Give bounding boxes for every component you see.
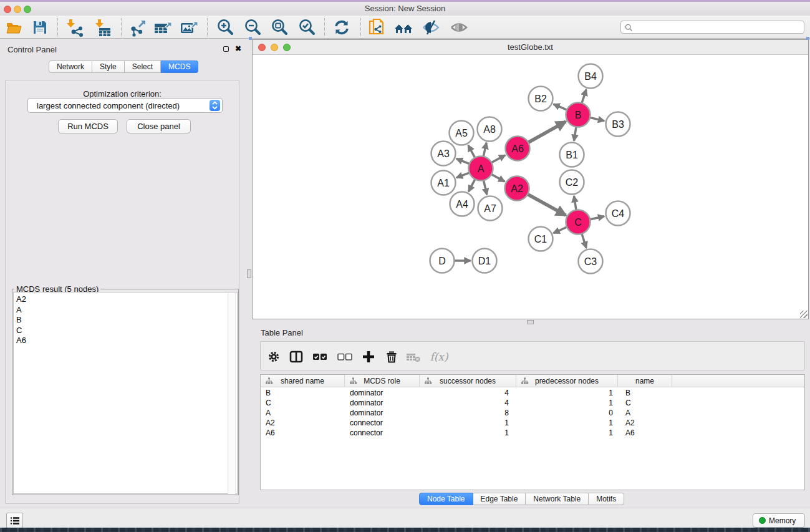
run-mcds-button[interactable]: Run MCDS (58, 119, 118, 133)
export-network-icon[interactable] (128, 17, 148, 37)
first-neighbors-icon[interactable] (393, 17, 413, 37)
network-canvas[interactable]: B4B2BB3A5A8A6B1A3AC2A1A2A4A7C4CC1C3DD1 (253, 56, 808, 319)
network-view-window[interactable]: testGlobe.txt B4B2BB3A5A8A6B1A3AC2A1A2A4… (252, 39, 809, 319)
mcds-result-item[interactable]: C (14, 326, 237, 336)
frame-edge-handle[interactable] (247, 269, 251, 278)
split-pane-handle[interactable] (527, 320, 534, 324)
cell-name[interactable]: A6 (625, 428, 635, 437)
optimization-criterion-label: Optimization criterion: (6, 89, 239, 99)
node-label-C: C (574, 217, 582, 228)
destroy-table-icon (404, 347, 423, 366)
cell-mcds-role[interactable]: dominator (350, 409, 383, 417)
cell-shared-name[interactable]: B (266, 389, 271, 397)
cell-mcds-role[interactable]: connector (350, 418, 383, 427)
zoom-fit-icon[interactable] (269, 17, 289, 37)
cell-successor-nodes[interactable]: 4 (420, 389, 509, 397)
control-panel-tabs: NetworkStyleSelectMCDS (49, 60, 198, 73)
cell-predecessor-nodes[interactable]: 0 (516, 409, 613, 417)
tab-network-table[interactable]: Network Table (526, 493, 589, 505)
table-row-A6[interactable]: A6connector11A6 (261, 428, 804, 438)
table-options-icon[interactable] (264, 347, 283, 366)
tab-node-table[interactable]: Node Table (419, 493, 473, 505)
cell-shared-name[interactable]: A2 (266, 418, 275, 427)
tab-mcds[interactable]: MCDS (161, 60, 198, 73)
mcds-result-item[interactable]: A (14, 305, 237, 316)
frame-resize-corner[interactable] (249, 37, 252, 40)
memory-button[interactable]: Memory (753, 513, 805, 528)
cell-successor-nodes[interactable]: 4 (420, 399, 509, 407)
network-window-titlebar[interactable]: testGlobe.txt (253, 40, 808, 55)
node-table[interactable]: shared nameMCDS rolesuccessor nodesprede… (260, 374, 805, 490)
delete-row-icon[interactable] (382, 347, 401, 366)
table-row-A[interactable]: Adominator80A (261, 408, 804, 418)
cell-mcds-role[interactable]: connector (350, 428, 383, 437)
unselect-all-icon[interactable] (335, 347, 354, 366)
tab-network[interactable]: Network (49, 60, 92, 73)
cell-mcds-role[interactable]: dominator (350, 399, 383, 407)
cell-predecessor-nodes[interactable]: 1 (516, 428, 613, 437)
select-all-icon[interactable] (311, 347, 329, 366)
cell-predecessor-nodes[interactable]: 1 (516, 418, 613, 427)
control-panel-float-button[interactable] (223, 46, 229, 52)
column-header-successor-nodes[interactable]: successor nodes (420, 375, 516, 387)
table-panel-title: Table Panel (261, 328, 303, 337)
cell-successor-nodes[interactable]: 1 (420, 418, 509, 427)
dropdown-stepper-icon (210, 100, 220, 111)
clone-network-icon[interactable] (367, 17, 387, 37)
column-header-MCDS-role[interactable]: MCDS role (345, 375, 420, 387)
export-table-icon[interactable] (153, 17, 173, 37)
cell-successor-nodes[interactable]: 1 (420, 428, 509, 437)
node-label-B4: B4 (584, 71, 597, 82)
open-session-icon[interactable] (4, 17, 24, 37)
show-column-icon[interactable] (287, 347, 306, 366)
mcds-result-item[interactable]: A6 (14, 336, 237, 346)
node-label-D: D (438, 256, 446, 266)
node-label-A4: A4 (456, 199, 468, 210)
control-panel-close-button[interactable]: ✖ (235, 44, 241, 53)
mcds-result-item[interactable]: A2 (14, 294, 237, 305)
zoom-out-icon[interactable] (243, 17, 263, 37)
cell-shared-name[interactable]: A (266, 409, 271, 417)
zoom-in-icon[interactable] (215, 17, 235, 37)
cell-shared-name[interactable]: A6 (266, 428, 275, 437)
cell-successor-nodes[interactable]: 8 (420, 409, 509, 417)
mcds-result-list[interactable]: A2ABCA6 (13, 292, 238, 494)
table-row-C[interactable]: Cdominator41C (261, 398, 804, 408)
column-header-name[interactable]: name (618, 375, 672, 387)
cell-mcds-role[interactable]: dominator (350, 389, 383, 397)
export-image-icon[interactable] (179, 17, 199, 37)
cell-predecessor-nodes[interactable]: 1 (516, 389, 613, 397)
search-input[interactable] (620, 21, 804, 34)
refresh-icon[interactable] (332, 17, 352, 37)
import-table-icon[interactable] (94, 17, 113, 37)
cell-name[interactable]: A (625, 409, 630, 417)
window-resize-grip[interactable] (800, 311, 808, 318)
criterion-dropdown[interactable]: largest connected component (directed) (27, 98, 223, 113)
save-session-icon[interactable] (30, 17, 50, 37)
import-network-icon[interactable] (65, 17, 85, 37)
tab-select[interactable]: Select (125, 60, 161, 73)
tab-edge-table[interactable]: Edge Table (473, 493, 526, 505)
tab-style[interactable]: Style (92, 60, 125, 73)
app-titlebar[interactable]: Session: New Session (0, 2, 810, 16)
graphics-details-icon[interactable] (421, 17, 441, 37)
tab-motifs[interactable]: Motifs (589, 493, 624, 505)
mcds-scrollbar[interactable] (228, 293, 236, 494)
mcds-result-item[interactable]: B (14, 315, 237, 326)
table-row-B[interactable]: Bdominator41B (261, 388, 804, 398)
node-label-B2: B2 (534, 94, 547, 104)
frame-resize-corner[interactable] (806, 37, 809, 40)
show-hide-panel-icon[interactable] (449, 17, 469, 37)
close-panel-button[interactable]: Close panel (127, 119, 191, 133)
table-row-A2[interactable]: A2connector11A2 (261, 418, 804, 428)
cell-name[interactable]: A2 (625, 418, 635, 427)
cell-predecessor-nodes[interactable]: 1 (516, 399, 613, 407)
cell-name[interactable]: B (625, 389, 630, 397)
zoom-selected-icon[interactable] (297, 17, 317, 37)
add-row-icon[interactable] (359, 347, 378, 366)
task-history-button[interactable] (6, 513, 23, 528)
column-header-predecessor-nodes[interactable]: predecessor nodes (516, 375, 618, 387)
column-header-shared-name[interactable]: shared name (261, 375, 345, 387)
cell-name[interactable]: C (625, 399, 631, 407)
cell-shared-name[interactable]: C (266, 399, 271, 407)
